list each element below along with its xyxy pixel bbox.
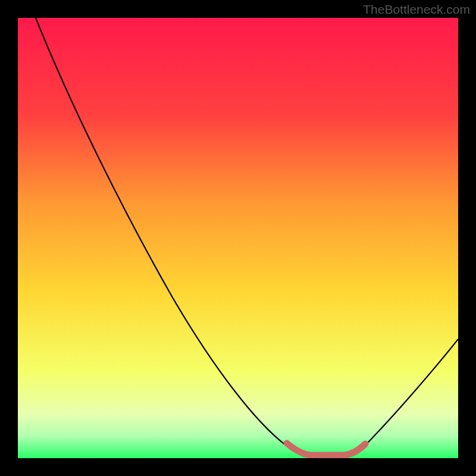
watermark-text: TheBottleneck.com	[363, 2, 470, 17]
chart-svg	[18, 18, 458, 458]
chart-plot-area	[18, 18, 458, 458]
gradient-background	[18, 18, 458, 458]
